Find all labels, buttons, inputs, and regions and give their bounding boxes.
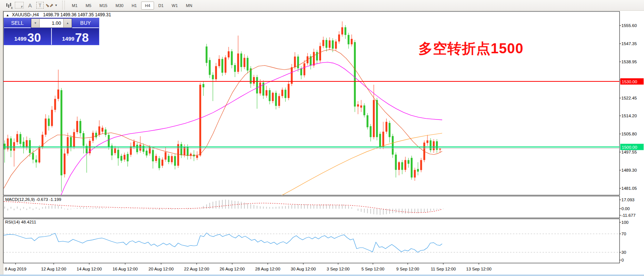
window-bottom-edge [0,275,644,276]
volume-increase-button[interactable]: ▲ [63,18,72,28]
svg-text:30: 30 [621,250,626,255]
svg-text:5 Sep 12:00: 5 Sep 12:00 [361,267,384,271]
svg-text:16 Aug 12:00: 16 Aug 12:00 [113,267,138,271]
svg-text:1530.00: 1530.00 [622,80,637,84]
svg-text:9 Sep 12:00: 9 Sep 12:00 [396,267,419,271]
svg-text:1522.45: 1522.45 [621,96,637,100]
volume-stepper: ▼ 1.00 ▲ [31,18,72,28]
macd-axis: 17.0930.00-11.677 [620,198,635,218]
svg-text:100: 100 [621,220,628,225]
svg-text:1514.20: 1514.20 [621,114,637,118]
svg-text:22 Aug 12:00: 22 Aug 12:00 [184,267,209,271]
sell-button[interactable]: SELL [4,18,31,28]
svg-text:1547.35: 1547.35 [621,41,637,46]
rsi-layer [3,233,620,253]
mt4-window: E F A T ⬊⬈▼ M1M5M15M30H1H4D1W1MN 1555.60… [0,0,644,276]
price-axis: 1555.601547.351538.951530.701522.451514.… [620,23,637,191]
sell-price[interactable]: 1499 30 [4,28,51,45]
chart-annotation-text[interactable]: 多空转折点1500 [418,39,524,58]
time-axis: 8 Aug 201912 Aug 12:0014 Aug 12:0016 Aug… [5,263,491,271]
svg-text:1481.05: 1481.05 [621,186,637,191]
resistance-price-tag: 1530.00 [620,78,644,85]
one-click-trading-panel: SELL ▼ 1.00 ▲ BUY 1499 30 1499 78 [4,18,99,45]
svg-text:1538.95: 1538.95 [621,60,637,64]
svg-text:1555.60: 1555.60 [621,23,637,28]
ohlc-values: 1498.79 1499.36 1497.35 1499.31 [43,12,111,17]
svg-text:0.00: 0.00 [621,206,630,211]
chart-title[interactable]: ▲ XAUUSD-,H4 1498.79 1499.36 1497.35 149… [6,12,111,17]
ma-slow-line [278,133,442,197]
svg-text:-11.677: -11.677 [621,213,635,218]
svg-text:17.093: 17.093 [621,198,634,202]
buy-price[interactable]: 1499 78 [52,28,99,45]
collapse-arrow-icon[interactable]: ▲ [6,13,9,17]
svg-text:3 Sep 12:00: 3 Sep 12:00 [327,267,350,271]
svg-text:1505.80: 1505.80 [621,132,637,136]
sell-price-pips: 30 [27,31,41,44]
svg-text:1500.00: 1500.00 [622,145,637,149]
volume-decrease-button[interactable]: ▼ [31,18,40,28]
volume-input[interactable]: 1.00 [40,18,63,28]
svg-text:13 Sep 12:00: 13 Sep 12:00 [466,267,491,271]
rsi-label: RSI(14) 48.4211 [5,220,36,224]
sell-price-main: 1499 [14,34,26,44]
macd-signal-line [4,202,442,213]
candles-layer [4,21,441,192]
horizontal-levels [3,81,620,148]
svg-text:30 Aug 12:00: 30 Aug 12:00 [291,267,316,271]
symbol-period-label: XAUUSD-,H4 [12,12,39,17]
svg-text:12 Aug 12:00: 12 Aug 12:00 [41,267,66,271]
support-price-tag: 1500.00 [620,144,644,150]
svg-text:28 Aug 12:00: 28 Aug 12:00 [255,267,280,271]
indicator-labels: MACD(12,26,9) -0.673 -1.199RSI(14) 48.42… [5,197,61,224]
buy-price-pips: 78 [75,31,89,44]
buy-price-main: 1499 [62,34,74,44]
svg-text:70: 70 [621,232,626,236]
svg-text:0: 0 [621,258,624,262]
rsi-axis: 10070300 [620,220,628,262]
svg-text:1497.55: 1497.55 [621,150,637,154]
svg-text:11 Sep 12:00: 11 Sep 12:00 [431,267,456,271]
macd-layer [4,200,443,215]
svg-text:26 Aug 12:00: 26 Aug 12:00 [220,267,245,271]
macd-label: MACD(12,26,9) -0.673 -1.199 [5,197,61,202]
buy-button[interactable]: BUY [72,18,99,28]
svg-text:1489.30: 1489.30 [621,168,637,172]
rsi-line [4,233,442,253]
svg-text:8 Aug 2019: 8 Aug 2019 [5,267,26,271]
svg-text:14 Aug 12:00: 14 Aug 12:00 [77,267,102,271]
svg-text:20 Aug 12:00: 20 Aug 12:00 [149,267,174,271]
